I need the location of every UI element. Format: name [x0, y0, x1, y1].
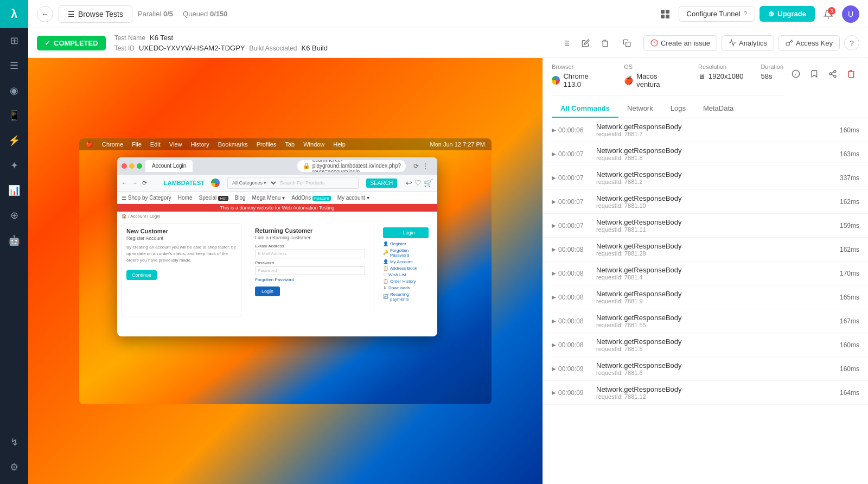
tab-network[interactable]: Network: [618, 100, 662, 118]
command-duration: 160ms: [832, 365, 859, 373]
command-name: Network.getResponseBody: [596, 385, 826, 393]
browse-tests-label: Browse Tests: [78, 10, 123, 18]
time-value: 00:00:09: [558, 389, 584, 397]
command-name: Network.getResponseBody: [596, 337, 826, 346]
command-name: Network.getResponseBody: [596, 242, 826, 250]
grid-view-button[interactable]: [656, 5, 674, 23]
command-time: ▶ 00:00:09: [552, 365, 590, 373]
info-button[interactable]: [788, 66, 804, 82]
os-info-group: OS 🍎 Macos ventura: [624, 63, 681, 88]
command-sub: requestId: 7881.11: [596, 226, 826, 233]
analytics-button[interactable]: Analytics: [722, 35, 774, 51]
hyperexecute-icon: ↯: [10, 436, 18, 448]
configure-tunnel-question: ?: [744, 10, 748, 18]
sidebar-item-settings[interactable]: ⚙: [0, 455, 28, 480]
sidebar-item-visual[interactable]: ✦: [0, 153, 28, 178]
command-name: Network.getResponseBody: [596, 218, 826, 226]
play-icon: ▶: [552, 151, 556, 157]
analytics-label: Analytics: [739, 39, 767, 47]
command-name: Network.getResponseBody: [596, 266, 826, 274]
configure-tunnel-button[interactable]: Configure Tunnel ?: [679, 6, 756, 22]
app-logo[interactable]: λ: [0, 0, 28, 28]
command-row[interactable]: ▶ 00:00:08 Network.getResponseBody reque…: [543, 333, 868, 357]
time-value: 00:00:09: [558, 365, 584, 373]
browse-tests-button[interactable]: ☰ Browse Tests: [59, 5, 132, 23]
play-icon: ▶: [552, 318, 556, 324]
svg-rect-10: [626, 42, 630, 46]
play-icon: ▶: [552, 246, 556, 252]
sidebar-item-automation[interactable]: ⚡: [0, 128, 28, 153]
access-key-button[interactable]: Access Key: [778, 35, 840, 51]
command-duration: 160ms: [832, 341, 859, 349]
upgrade-icon: ⊕: [768, 10, 774, 18]
command-duration: 164ms: [832, 389, 859, 397]
sidebar-item-hyperexecute[interactable]: ↯: [0, 430, 28, 455]
play-icon: ▶: [552, 270, 556, 276]
svg-rect-3: [666, 15, 669, 18]
time-value: 00:00:07: [558, 198, 584, 206]
command-sub: requestId: 7881.4: [596, 274, 826, 281]
back-button[interactable]: ←: [37, 6, 53, 22]
create-issue-button[interactable]: Create an issue: [643, 35, 717, 51]
command-row[interactable]: ▶ 00:00:07 Network.getResponseBody reque…: [543, 190, 868, 214]
share-button[interactable]: [825, 66, 841, 82]
browser-tab: Account Login: [145, 160, 193, 172]
copy-icon-button[interactable]: [620, 35, 635, 50]
test-info-bar: ✓ COMPLETED Test Name K6 Test Test ID UX…: [28, 28, 868, 58]
svg-line-20: [832, 74, 834, 76]
preview-area: 🍎 ChromeFileEditViewHistoryBookmarksProf…: [28, 58, 542, 484]
command-row[interactable]: ▶ 00:00:07 Network.getResponseBody reque…: [543, 142, 868, 166]
command-name: Network.getResponseBody: [596, 147, 826, 155]
command-row[interactable]: ▶ 00:00:09 Network.getResponseBody reque…: [543, 357, 868, 381]
command-row[interactable]: ▶ 00:00:08 Network.getResponseBody reque…: [543, 262, 868, 285]
play-icon: ▶: [552, 175, 556, 181]
browser-value: Chrome 113.0: [552, 72, 607, 88]
tab-metadata[interactable]: MetaData: [694, 100, 742, 118]
command-row[interactable]: ▶ 00:00:08 Network.getResponseBody reque…: [543, 238, 868, 262]
command-time: ▶ 00:00:07: [552, 150, 590, 158]
time-value: 00:00:07: [558, 174, 584, 182]
sidebar-item-realdevice[interactable]: 📱: [0, 103, 28, 128]
test-id-value: UXEDO-YXVYW-HSAM2-TDGPY: [139, 44, 245, 52]
command-duration: 159ms: [832, 222, 859, 230]
ai-icon: 🤖: [8, 234, 20, 246]
command-row[interactable]: ▶ 00:00:07 Network.getResponseBody reque…: [543, 166, 868, 190]
upgrade-button[interactable]: ⊕ Upgrade: [760, 6, 815, 22]
browser-info-group: Browser Chrome 113.0: [552, 63, 607, 88]
help-button[interactable]: ?: [844, 35, 859, 50]
os-label: OS: [624, 63, 681, 70]
command-duration: 162ms: [832, 246, 859, 253]
status-icon: ✓: [44, 39, 50, 47]
command-row[interactable]: ▶ 00:00:08 Network.getResponseBody reque…: [543, 285, 868, 309]
command-sub: requestId: 7881.7: [596, 131, 826, 137]
command-info: Network.getResponseBody requestId: 7881.…: [596, 290, 826, 304]
command-row[interactable]: ▶ 00:00:06 Network.getResponseBody reque…: [543, 118, 868, 142]
delete-icon-button[interactable]: [598, 35, 613, 50]
notifications-button[interactable]: 3: [819, 5, 838, 23]
commands-list: ▶ 00:00:06 Network.getResponseBody reque…: [543, 118, 868, 484]
resolution-info-group: Resolution 🖥 1920x1080: [698, 63, 743, 88]
command-row[interactable]: ▶ 00:00:08 Network.getResponseBody reque…: [543, 309, 868, 333]
test-id-label: Test ID: [114, 44, 135, 52]
bookmark-button[interactable]: [806, 66, 822, 82]
test-build-value: K6 Build: [302, 44, 328, 52]
sidebar-item-dashboard[interactable]: ⊞: [0, 28, 28, 53]
delete-test-button[interactable]: [843, 66, 859, 82]
edit-icon-button[interactable]: [578, 35, 593, 50]
filter-icon-button[interactable]: [559, 35, 574, 50]
user-avatar[interactable]: U: [842, 5, 859, 23]
sidebar-item-integrations[interactable]: ⊕: [0, 203, 28, 228]
sidebar-item-tests[interactable]: ☰: [0, 53, 28, 78]
command-row[interactable]: ▶ 00:00:09 Network.getResponseBody reque…: [543, 381, 868, 405]
automation-icon: ⚡: [8, 135, 20, 147]
duration-value: 58s: [761, 72, 783, 80]
play-icon: ▶: [552, 222, 556, 228]
tab-logs[interactable]: Logs: [662, 100, 694, 118]
command-time: ▶ 00:00:06: [552, 126, 590, 134]
command-row[interactable]: ▶ 00:00:07 Network.getResponseBody reque…: [543, 214, 868, 238]
sidebar-item-live[interactable]: ◉: [0, 78, 28, 103]
sidebar-item-ai[interactable]: 🤖: [0, 228, 28, 253]
sidebar-item-analytics[interactable]: 📊: [0, 178, 28, 203]
tab-all-commands[interactable]: All Commands: [552, 100, 618, 118]
command-duration: 165ms: [832, 294, 859, 301]
